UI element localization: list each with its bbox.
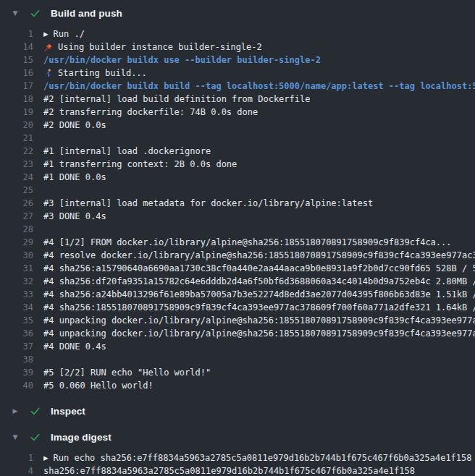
log-line-text: #2 transferring dockerfile: 74B 0.0s don… xyxy=(43,106,258,119)
log-line-message: #1 transferring context: 2B 0.0s done xyxy=(43,158,237,171)
log-line: 21 xyxy=(0,132,475,145)
line-number[interactable]: 18 xyxy=(0,93,33,106)
log-line: 15/usr/bin/docker buildx use --builder b… xyxy=(0,54,475,67)
log-line-text: Starting build... xyxy=(43,67,147,80)
run-caret-icon[interactable]: ▶ xyxy=(43,451,49,464)
line-number[interactable]: 28 xyxy=(0,223,33,236)
log-line-message: sha256:e7ff8834a5963a2785c5a0811e979d16b… xyxy=(43,464,415,476)
log-line: 24#1 DONE 0.0s xyxy=(0,171,475,184)
log-line-text: #3 [internal] load metadata for docker.i… xyxy=(43,197,373,210)
line-number[interactable]: 32 xyxy=(0,275,33,288)
log-line: 29#4 [1/2] FROM docker.io/library/alpine… xyxy=(0,236,475,249)
log-line-message: #4 sha256:df20fa9351a15782c64e6dddb2d4a6… xyxy=(43,275,475,288)
line-number[interactable]: 27 xyxy=(0,210,33,223)
log-group-image-digest: ▼Image digest1▶Run echo sha256:e7ff8834a… xyxy=(0,425,475,476)
pushpin-icon xyxy=(43,43,53,52)
log-line: 4sha256:e7ff8834a5963a2785c5a0811e979d16… xyxy=(0,464,475,476)
log-group-header-inspect[interactable]: ▶Inspect xyxy=(0,399,475,422)
chevron-right-icon[interactable]: ▶ xyxy=(10,407,20,415)
log-line: 37#4 DONE 0.4s xyxy=(0,340,475,353)
log-line: 1▶Run ./ xyxy=(0,27,475,41)
log-viewer: ▼Build and push1▶Run ./14Using builder i… xyxy=(0,0,475,476)
log-line: 23#1 transferring context: 2B 0.0s done xyxy=(0,158,475,171)
log-line-message: #4 [1/2] FROM docker.io/library/alpine@s… xyxy=(43,236,452,249)
log-line-message: #4 DONE 0.4s xyxy=(43,340,106,353)
line-number[interactable]: 35 xyxy=(0,314,33,327)
log-line: 27#3 DONE 0.4s xyxy=(0,210,475,223)
line-number[interactable]: 17 xyxy=(0,80,33,93)
log-line: 31#4 sha256:a15790640a6690aa1730c38cf0a4… xyxy=(0,262,475,275)
log-line-text: #1 transferring context: 2B 0.0s done xyxy=(43,158,237,171)
line-number[interactable]: 19 xyxy=(0,106,33,119)
log-line: 20#2 DONE 0.0s xyxy=(0,119,475,132)
log-line-message: #4 unpacking docker.io/library/alpine@sh… xyxy=(43,314,475,327)
log-line-message: /usr/bin/docker buildx build --tag local… xyxy=(43,80,475,93)
run-caret-icon[interactable]: ▶ xyxy=(43,27,49,41)
line-number[interactable]: 36 xyxy=(0,327,33,340)
log-line-text: #2 [internal] load build definition from… xyxy=(43,93,310,106)
line-number[interactable]: 38 xyxy=(0,353,33,366)
log-line: 30#4 resolve docker.io/library/alpine@sh… xyxy=(0,249,475,262)
line-number[interactable]: 34 xyxy=(0,301,33,314)
line-number[interactable]: 31 xyxy=(0,262,33,275)
log-line: 40#5 0.060 Hello world! xyxy=(0,379,475,392)
log-line-text: #4 sha256:a15790640a6690aa1730c38cf0a440… xyxy=(43,262,475,275)
line-number[interactable]: 16 xyxy=(0,67,33,80)
line-number[interactable]: 22 xyxy=(0,145,33,158)
log-line: 39#5 [2/2] RUN echo "Hello world!" xyxy=(0,366,475,379)
log-line-message: Run ./ xyxy=(54,27,85,41)
line-number[interactable]: 4 xyxy=(0,464,33,476)
log-line-message: /usr/bin/docker buildx use --builder bui… xyxy=(43,54,321,67)
line-number[interactable]: 40 xyxy=(0,379,33,392)
line-number[interactable]: 26 xyxy=(0,197,33,210)
chevron-down-icon[interactable]: ▼ xyxy=(10,433,20,441)
log-line-text: #2 DONE 0.0s xyxy=(43,119,106,132)
log-line-text: #5 [2/2] RUN echo "Hello world!" xyxy=(43,366,211,379)
check-icon xyxy=(30,8,41,19)
line-number[interactable]: 37 xyxy=(0,340,33,353)
runner-icon xyxy=(43,69,53,78)
log-line-message: #4 resolve docker.io/library/alpine@sha2… xyxy=(43,249,475,262)
log-line: 36#4 unpacking docker.io/library/alpine@… xyxy=(0,327,475,340)
log-group-inspect: ▶Inspect xyxy=(0,399,475,422)
line-number[interactable]: 30 xyxy=(0,249,33,262)
line-number[interactable]: 33 xyxy=(0,288,33,301)
line-number[interactable]: 25 xyxy=(0,184,33,197)
log-line-text: #4 DONE 0.4s xyxy=(43,340,106,353)
log-line-text: sha256:e7ff8834a5963a2785c5a0811e979d16b… xyxy=(43,464,415,476)
log-group-header-build-and-push[interactable]: ▼Build and push xyxy=(0,1,475,25)
log-group-header-image-digest[interactable]: ▼Image digest xyxy=(0,425,475,449)
line-number[interactable]: 14 xyxy=(0,41,33,54)
log-line: 19#2 transferring dockerfile: 74B 0.0s d… xyxy=(0,106,475,119)
log-group-title: Build and push xyxy=(51,8,122,19)
line-number[interactable]: 23 xyxy=(0,158,33,171)
log-line-text: #4 unpacking docker.io/library/alpine@sh… xyxy=(43,314,475,327)
log-line-text: #5 0.060 Hello world! xyxy=(43,379,154,392)
log-line-message: #3 [internal] load metadata for docker.i… xyxy=(43,197,373,210)
log-line-message: #1 [internal] load .dockerignore xyxy=(43,145,211,158)
chevron-down-icon[interactable]: ▼ xyxy=(10,9,20,17)
log-line: 38 xyxy=(0,353,475,366)
line-number[interactable]: 20 xyxy=(0,119,33,132)
line-number[interactable]: 39 xyxy=(0,366,33,379)
log-line-message: #4 unpacking docker.io/library/alpine@sh… xyxy=(43,327,475,340)
log-line: 35#4 unpacking docker.io/library/alpine@… xyxy=(0,314,475,327)
log-line: 1▶Run echo sha256:e7ff8834a5963a2785c5a0… xyxy=(0,451,475,464)
log-line-message: Run echo sha256:e7ff8834a5963a2785c5a081… xyxy=(54,451,472,464)
line-number[interactable]: 21 xyxy=(0,132,33,145)
log-line-text: #3 DONE 0.4s xyxy=(43,210,106,223)
log-line-message: #4 sha256:a15790640a6690aa1730c38cf0a440… xyxy=(43,262,475,275)
line-number[interactable]: 29 xyxy=(0,236,33,249)
log-group-build-and-push: ▼Build and push1▶Run ./14Using builder i… xyxy=(0,1,475,396)
line-number[interactable]: 15 xyxy=(0,54,33,67)
log-line: 25 xyxy=(0,184,475,197)
log-line-message: #3 DONE 0.4s xyxy=(43,210,106,223)
line-number[interactable]: 1 xyxy=(0,451,33,464)
line-number[interactable]: 24 xyxy=(0,171,33,184)
line-number[interactable]: 1 xyxy=(0,27,33,41)
log-group-title: Inspect xyxy=(51,406,85,417)
log-line-text: ▶Run echo sha256:e7ff8834a5963a2785c5a08… xyxy=(43,451,472,464)
log-line-text: #4 sha256:185518070891758909c9f839cf4ca3… xyxy=(43,301,475,314)
check-icon xyxy=(30,406,41,417)
log-line-message: Using builder instance builder-single-2 xyxy=(58,41,262,54)
